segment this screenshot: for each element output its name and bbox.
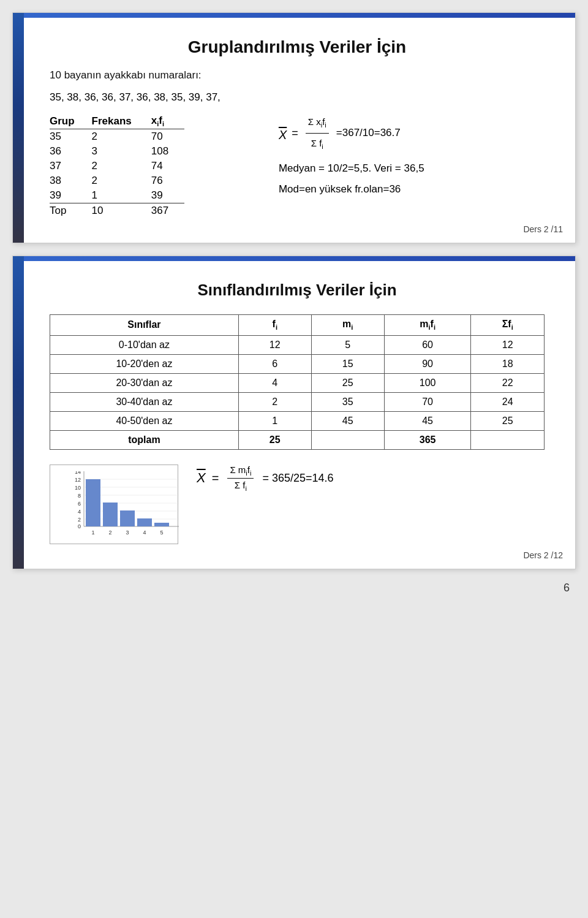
cell-fi: 12 (238, 335, 311, 354)
col-siniflar: Sınıflar (50, 315, 239, 335)
cell-sinif: 30-40'dan az (50, 392, 239, 411)
formula2-fraction: Σ mifi Σ fi (227, 465, 254, 492)
fraction2-denominator: Σ fi (232, 479, 249, 492)
formula2-result: = 365/25=14.6 (262, 472, 333, 485)
table-row: 38 2 76 (50, 173, 184, 188)
svg-text:3: 3 (126, 529, 129, 536)
cell-toplam-mifi: 365 (384, 430, 471, 449)
slide2-title: Sınıflandırılmış Veriler İçin (50, 281, 545, 300)
fraction-numerator: Σ xifi (306, 113, 329, 134)
cell-grup: 39 (50, 188, 92, 203)
cell-xifi: 76 (151, 173, 184, 188)
page-number-slide2: Ders 2 /12 (523, 550, 563, 560)
table-row: 0-10'dan az 12 5 60 12 (50, 335, 545, 354)
cell-fi: 2 (238, 392, 311, 411)
svg-text:14: 14 (75, 471, 81, 475)
x-bar-symbol2: X (197, 470, 206, 486)
cell-mifi: 100 (384, 373, 471, 392)
cell-mifi: 70 (384, 392, 471, 411)
slide-accent-bar (13, 13, 24, 243)
svg-text:4: 4 (78, 509, 81, 515)
table-row: 20-30'dan az 4 25 100 22 (50, 373, 545, 392)
col-header-frekans: Frekans (92, 113, 151, 129)
slide1-notes: Medyan = 10/2=5,5. Veri = 36,5 Mod=en yü… (279, 158, 545, 200)
table-row: 35 2 70 (50, 129, 184, 145)
svg-text:10: 10 (75, 485, 81, 491)
cell-sumfi: 12 (471, 335, 545, 354)
svg-text:2: 2 (108, 529, 111, 536)
cell-frekans: 2 (92, 173, 151, 188)
cell-sinif: 0-10'dan az (50, 335, 239, 354)
cell-sinif: 40-50'den az (50, 411, 239, 430)
equals-sign: = (292, 123, 298, 143)
slide1-table-section: Grup Frekans xifi 35 2 70 36 (50, 113, 254, 218)
cell-toplam-sumfi (471, 430, 545, 449)
cell-fi: 6 (238, 354, 311, 373)
cell-mi: 25 (311, 373, 384, 392)
bar-4 (137, 518, 152, 526)
bar-chart: 14 12 10 8 6 4 2 0 (50, 465, 178, 544)
slide1-title: Gruplandırılmış Veriler İçin (50, 37, 545, 57)
table-row: 30-40'dan az 2 35 70 24 (50, 392, 545, 411)
cell-mi: 45 (311, 411, 384, 430)
cell-mifi: 45 (384, 411, 471, 430)
slide2-formula: X = Σ mifi Σ fi = 365/25=14.6 (197, 465, 545, 492)
cell-sumfi: 24 (471, 392, 545, 411)
cell-sinif: 20-30'dan az (50, 373, 239, 392)
svg-text:4: 4 (143, 529, 146, 536)
slide1-data-table: Grup Frekans xifi 35 2 70 36 (50, 113, 184, 218)
cell-fi: 4 (238, 373, 311, 392)
cell-total-label: Top (50, 203, 92, 219)
svg-text:6: 6 (78, 501, 81, 507)
table-row: 36 3 108 (50, 144, 184, 159)
table-row: 10-20'den az 6 15 90 18 (50, 354, 545, 373)
cell-xifi: 74 (151, 159, 184, 173)
col-fi: fi (238, 315, 311, 335)
formula-line: X = Σ xifi Σ fi =367/10=36.7 (279, 113, 545, 153)
cell-grup: 36 (50, 144, 92, 159)
bar-2 (103, 503, 118, 526)
table-total-row: toplam 25 365 (50, 430, 545, 449)
svg-text:2: 2 (78, 517, 81, 523)
cell-grup: 38 (50, 173, 92, 188)
global-page-number: 6 (12, 582, 576, 594)
cell-sumfi: 25 (471, 411, 545, 430)
cell-mi: 5 (311, 335, 384, 354)
cell-xifi: 108 (151, 144, 184, 159)
chart-svg: 14 12 10 8 6 4 2 0 (69, 471, 179, 539)
cell-mifi: 60 (384, 335, 471, 354)
formula-fraction: Σ xifi Σ fi (306, 113, 329, 153)
col-mi: mi (311, 315, 384, 335)
table-row: 40-50'den az 1 45 45 25 (50, 411, 545, 430)
svg-text:12: 12 (75, 477, 81, 483)
slide2-accent-bar (13, 256, 24, 568)
table-row: 39 1 39 (50, 188, 184, 203)
svg-text:8: 8 (78, 493, 81, 499)
equals-sign2: = (212, 471, 219, 485)
cell-mi: 35 (311, 392, 384, 411)
bar-1 (86, 479, 100, 526)
slide-1: Gruplandırılmış Veriler İçin 10 bayanın … (12, 12, 576, 243)
bar-3 (120, 510, 135, 526)
mod-text: Mod=en yüksek fr.olan=36 (279, 179, 545, 200)
fraction-denominator: Σ fi (309, 134, 326, 153)
slide1-formula-section: X = Σ xifi Σ fi =367/10=36.7 Medyan = 10… (279, 113, 545, 200)
slide2-accent-top (24, 256, 575, 261)
cell-sinif: 10-20'den az (50, 354, 239, 373)
fraction2-numerator: Σ mifi (227, 465, 254, 479)
svg-text:5: 5 (160, 529, 163, 536)
slide-2: Sınıflandırılmış Veriler İçin Sınıflar f… (12, 256, 576, 569)
cell-total-xifi: 367 (151, 203, 184, 219)
cell-mi: 15 (311, 354, 384, 373)
slide2-data-table: Sınıflar fi mi mifi Σfi 0-10'dan az 12 5… (50, 314, 545, 449)
slide2-bottom: 14 12 10 8 6 4 2 0 (50, 465, 545, 544)
cell-toplam-label: toplam (50, 430, 239, 449)
cell-sumfi: 18 (471, 354, 545, 373)
cell-xifi: 70 (151, 129, 184, 145)
svg-text:1: 1 (91, 529, 94, 536)
cell-mifi: 90 (384, 354, 471, 373)
table-row: 37 2 74 (50, 159, 184, 173)
slide1-data-list: 35, 38, 36, 36, 37, 36, 38, 35, 39, 37, (50, 91, 545, 104)
medyan-text: Medyan = 10/2=5,5. Veri = 36,5 (279, 158, 545, 179)
x-bar-symbol: X (279, 119, 287, 146)
